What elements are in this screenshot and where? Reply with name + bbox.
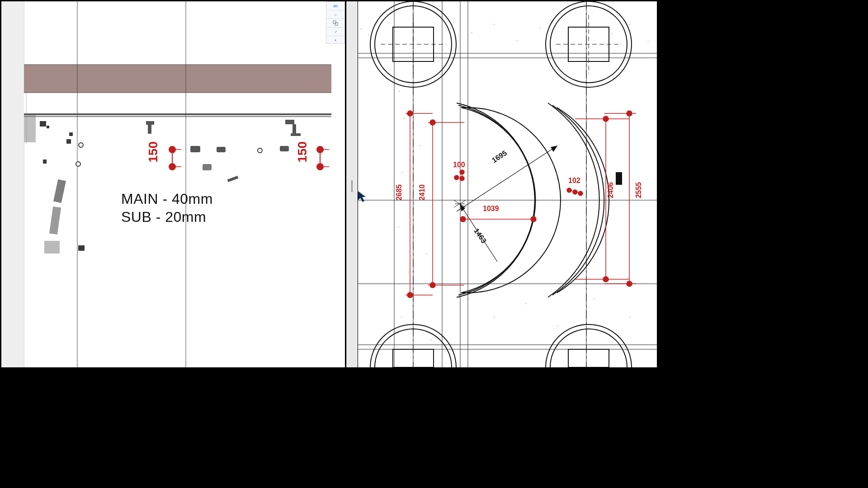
svg-point-10 bbox=[79, 143, 83, 147]
svg-rect-12 bbox=[53, 179, 66, 203]
splitter-grip[interactable] bbox=[351, 180, 353, 192]
svg-line-74 bbox=[401, 317, 402, 318]
left-viewport[interactable]: 150 150 MAIN - 40mm SUB - 20mm 2D ⌂ ⤢ bbox=[1, 1, 345, 367]
dim-label-150b: 150 bbox=[295, 141, 310, 163]
svg-rect-9 bbox=[66, 139, 71, 144]
svg-rect-18 bbox=[190, 146, 200, 152]
svg-line-69 bbox=[401, 172, 402, 173]
svg-rect-38 bbox=[335, 23, 338, 25]
svg-marker-97 bbox=[551, 146, 557, 151]
svg-point-39 bbox=[335, 40, 336, 41]
dim-2555: 2555 bbox=[635, 182, 643, 198]
dim-left-150 bbox=[169, 146, 181, 170]
cursor-icon bbox=[358, 191, 368, 205]
svg-line-64 bbox=[647, 41, 649, 42]
svg-line-62 bbox=[611, 33, 613, 34]
svg-line-71 bbox=[398, 226, 399, 227]
svg-point-119 bbox=[531, 216, 536, 222]
svg-line-67 bbox=[403, 118, 405, 119]
svg-line-75 bbox=[430, 339, 432, 340]
svg-line-56 bbox=[453, 22, 454, 23]
svg-marker-135 bbox=[358, 191, 366, 202]
left-svg bbox=[1, 1, 345, 367]
svg-point-11 bbox=[76, 162, 80, 166]
dim-2685: 2685 bbox=[395, 184, 403, 201]
svg-rect-93 bbox=[568, 349, 609, 367]
svg-rect-5 bbox=[40, 121, 46, 127]
svg-line-59 bbox=[516, 40, 518, 41]
dim-2410: 2410 bbox=[418, 184, 426, 201]
svg-point-22 bbox=[258, 148, 262, 153]
svg-rect-134 bbox=[616, 172, 622, 185]
nav-expand-button[interactable]: ⤢ bbox=[326, 28, 344, 36]
svg-rect-24 bbox=[285, 120, 294, 124]
dim-102: 102 bbox=[568, 177, 580, 185]
nav-home-button[interactable]: ⌂ bbox=[326, 10, 344, 19]
right-viewport[interactable]: 2685 2410 100 1039 102 2406 2555 1695 14… bbox=[358, 1, 657, 367]
svg-rect-37 bbox=[333, 21, 336, 23]
svg-line-66 bbox=[399, 91, 400, 92]
svg-line-77 bbox=[494, 317, 495, 318]
svg-line-79 bbox=[557, 326, 558, 327]
svg-rect-14 bbox=[44, 241, 60, 253]
svg-rect-19 bbox=[203, 164, 212, 170]
svg-line-60 bbox=[539, 28, 540, 28]
svg-rect-15 bbox=[78, 245, 85, 251]
dim-1039: 1039 bbox=[483, 205, 499, 213]
svg-rect-6 bbox=[47, 126, 49, 128]
svg-rect-16 bbox=[146, 121, 154, 125]
nav-zoom-button[interactable] bbox=[326, 19, 344, 28]
note-main: MAIN - 40mm bbox=[121, 190, 213, 207]
svg-line-80 bbox=[593, 299, 594, 300]
view-splitter[interactable] bbox=[346, 1, 358, 367]
dim-2406: 2406 bbox=[607, 182, 615, 198]
app-root: 150 150 MAIN - 40mm SUB - 20mm 2D ⌂ ⤢ bbox=[0, 0, 658, 369]
svg-point-118 bbox=[460, 216, 466, 222]
svg-rect-7 bbox=[43, 160, 47, 164]
svg-line-58 bbox=[494, 24, 495, 25]
svg-rect-25 bbox=[292, 124, 296, 133]
svg-rect-20 bbox=[217, 147, 226, 152]
nav-2d-button[interactable]: 2D bbox=[326, 2, 344, 10]
svg-point-115 bbox=[460, 176, 464, 181]
svg-rect-23 bbox=[280, 146, 289, 151]
svg-line-54 bbox=[368, 34, 369, 35]
svg-rect-13 bbox=[49, 206, 61, 235]
svg-line-81 bbox=[629, 317, 631, 318]
svg-line-57 bbox=[471, 32, 472, 33]
view-nav-widget[interactable]: 2D ⌂ ⤢ bbox=[326, 1, 345, 44]
svg-rect-8 bbox=[69, 132, 73, 136]
svg-rect-17 bbox=[148, 125, 151, 134]
svg-point-116 bbox=[454, 175, 459, 180]
svg-line-53 bbox=[360, 28, 362, 29]
svg-line-72 bbox=[426, 253, 427, 254]
dim-label-150a: 150 bbox=[146, 141, 160, 163]
svg-rect-21 bbox=[227, 176, 239, 182]
svg-line-68 bbox=[419, 145, 420, 146]
dim-100: 100 bbox=[453, 161, 465, 169]
nav-more-button[interactable] bbox=[326, 36, 344, 44]
svg-rect-26 bbox=[291, 133, 301, 136]
svg-point-114 bbox=[460, 170, 464, 174]
dim-right-150 bbox=[316, 146, 329, 170]
note-sub: SUB - 20mm bbox=[121, 208, 206, 225]
svg-line-63 bbox=[629, 24, 631, 25]
svg-line-73 bbox=[408, 272, 409, 272]
svg-line-78 bbox=[525, 303, 527, 304]
